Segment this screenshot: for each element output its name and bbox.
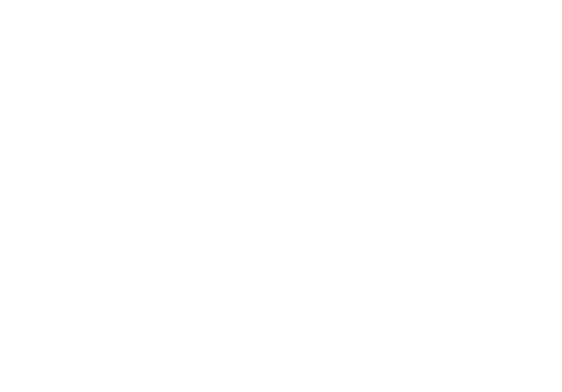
mindmap-canvas — [0, 0, 562, 392]
connection-lines — [0, 0, 562, 392]
